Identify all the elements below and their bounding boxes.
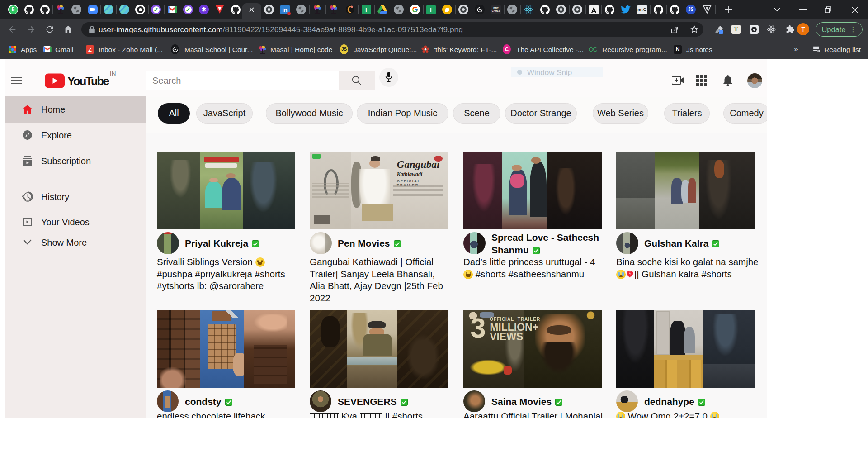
svg-text:YouTube: YouTube bbox=[67, 75, 109, 87]
